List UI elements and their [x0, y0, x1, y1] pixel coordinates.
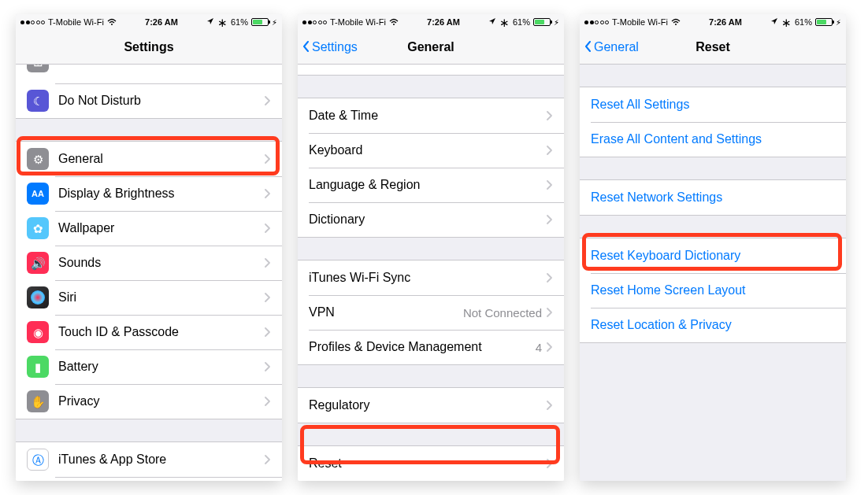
- chevron-right-icon: [547, 308, 553, 317]
- page-title: Reset: [696, 40, 730, 54]
- phone-reset: T-Mobile Wi-Fi 7:26 AM ∗ 61% ⚡︎ General …: [580, 14, 846, 481]
- clock-label: 7:26 AM: [427, 17, 460, 27]
- status-bar: T-Mobile Wi-Fi 7:26 AM ∗ 61% ⚡︎: [16, 14, 282, 30]
- row-label: Reset Network Settings: [591, 190, 835, 205]
- clock-label: 7:26 AM: [709, 17, 742, 27]
- row-label: Wallpaper: [58, 221, 265, 235]
- settings-row-battery[interactable]: ▮ Battery: [16, 349, 282, 384]
- signal-strength-icon: [20, 20, 45, 24]
- settings-row-display[interactable]: AA Display & Brightness: [16, 176, 282, 211]
- chevron-right-icon: [547, 273, 553, 283]
- back-label: Settings: [312, 40, 358, 54]
- battery-icon: ▮: [27, 356, 49, 378]
- settings-row-siri[interactable]: Siri: [16, 280, 282, 315]
- row-label: Regulatory: [309, 398, 547, 412]
- carrier-label: T-Mobile Wi-Fi: [48, 17, 104, 27]
- general-row-reset[interactable]: Reset: [298, 446, 564, 481]
- row-label: iTunes & App Store: [58, 453, 265, 467]
- chevron-right-icon: [547, 401, 553, 410]
- phone-settings: T-Mobile Wi-Fi 7:26 AM ∗ 61% ⚡︎ Settings…: [16, 14, 282, 481]
- row-label: iTunes Wi-Fi Sync: [309, 271, 547, 285]
- bluetooth-icon: ∗: [781, 17, 792, 28]
- back-label: General: [594, 40, 639, 54]
- chevron-right-icon: [547, 180, 553, 190]
- reset-row-erase[interactable]: Erase All Content and Settings: [580, 122, 846, 157]
- battery-icon: [533, 18, 551, 26]
- reset-row-keyboard[interactable]: Reset Keyboard Dictionary: [580, 238, 846, 273]
- chevron-right-icon: [547, 215, 553, 224]
- chevron-right-icon: [265, 96, 271, 105]
- general-row-keyboard[interactable]: Keyboard: [298, 133, 564, 168]
- general-row-language[interactable]: Language & Region: [298, 168, 564, 202]
- chevron-right-icon: [265, 397, 271, 406]
- settings-row-control-center[interactable]: ⊞: [16, 65, 282, 83]
- row-label: Privacy: [58, 394, 265, 408]
- battery-pct-label: 61%: [795, 17, 812, 27]
- chevron-right-icon: [265, 189, 271, 198]
- row-label: Touch ID & Passcode: [58, 325, 265, 339]
- row-label: Reset All Settings: [591, 98, 835, 112]
- chevron-right-icon: [547, 111, 553, 120]
- chevron-left-icon: [302, 41, 310, 54]
- general-row-regulatory[interactable]: Regulatory: [298, 388, 564, 423]
- location-icon: [206, 17, 214, 27]
- reset-row-location[interactable]: Reset Location & Privacy: [580, 308, 846, 342]
- carrier-label: T-Mobile Wi-Fi: [612, 17, 668, 27]
- battery-pct-label: 61%: [513, 17, 530, 27]
- row-label: Battery: [58, 360, 265, 374]
- page-title: Settings: [124, 40, 173, 54]
- reset-row-home[interactable]: Reset Home Screen Layout: [580, 273, 846, 308]
- battery-pct-label: 61%: [231, 17, 248, 27]
- settings-row-dnd[interactable]: ☾ Do Not Disturb: [16, 83, 282, 118]
- chevron-right-icon: [547, 459, 553, 468]
- wifi-icon: [671, 18, 681, 26]
- location-icon: [488, 17, 496, 27]
- settings-row-general[interactable]: ⚙︎ General: [16, 142, 282, 176]
- row-detail: Not Connected: [463, 306, 542, 320]
- row-label: Profiles & Device Management: [309, 340, 536, 354]
- general-row-dictionary[interactable]: Dictionary: [298, 202, 564, 237]
- hand-icon: ✋: [27, 390, 49, 412]
- settings-row-itunes[interactable]: Ⓐ iTunes & App Store: [16, 442, 282, 477]
- row-label: Dictionary: [309, 212, 547, 227]
- row-label: Keyboard: [309, 143, 547, 157]
- general-row-ituneswifi[interactable]: iTunes Wi-Fi Sync: [298, 260, 564, 295]
- row-label: Display & Brightness: [58, 187, 265, 201]
- row-detail: 4: [536, 341, 542, 354]
- row-label: Reset: [309, 456, 547, 471]
- row-label: Siri: [58, 290, 265, 305]
- speaker-icon: 🔊: [27, 252, 49, 274]
- settings-row-wallet[interactable]: 💳 Wallet & Apple Pay: [16, 477, 282, 481]
- settings-row-wallpaper[interactable]: ✿ Wallpaper: [16, 211, 282, 246]
- signal-strength-icon: [584, 20, 609, 24]
- back-button[interactable]: Settings: [302, 30, 358, 64]
- general-row-vpn[interactable]: VPN Not Connected: [298, 295, 564, 330]
- chevron-left-icon: [584, 41, 592, 54]
- general-row-datetime[interactable]: Date & Time: [298, 98, 564, 133]
- clock-label: 7:26 AM: [145, 17, 178, 27]
- status-bar: T-Mobile Wi-Fi 7:26 AM ∗ 61% ⚡︎: [580, 14, 846, 30]
- control-center-icon: ⊞: [27, 65, 49, 72]
- row-label: Reset Home Screen Layout: [591, 283, 835, 297]
- page-title: General: [407, 40, 454, 54]
- wifi-icon: [389, 18, 399, 26]
- location-icon: [770, 17, 778, 27]
- wallpaper-icon: ✿: [27, 217, 49, 239]
- row-label: Erase All Content and Settings: [591, 132, 835, 146]
- charging-icon: ⚡︎: [554, 18, 559, 27]
- settings-row-privacy[interactable]: ✋ Privacy: [16, 384, 282, 419]
- settings-row-sounds[interactable]: 🔊 Sounds: [16, 246, 282, 280]
- nav-bar: Settings General: [298, 30, 564, 65]
- row-label: Language & Region: [309, 178, 547, 192]
- charging-icon: ⚡︎: [836, 18, 841, 27]
- row-label: Reset Location & Privacy: [591, 318, 835, 332]
- phone-general: T-Mobile Wi-Fi 7:26 AM ∗ 61% ⚡︎ Settings…: [298, 14, 564, 481]
- reset-row-network[interactable]: Reset Network Settings: [580, 180, 846, 215]
- reset-row-all[interactable]: Reset All Settings: [580, 87, 846, 122]
- row-label: Date & Time: [309, 109, 547, 123]
- bluetooth-icon: ∗: [499, 17, 510, 28]
- general-row-profiles[interactable]: Profiles & Device Management 4: [298, 330, 564, 364]
- chevron-right-icon: [265, 154, 271, 164]
- back-button[interactable]: General: [584, 30, 639, 64]
- settings-row-touchid[interactable]: ◉ Touch ID & Passcode: [16, 315, 282, 349]
